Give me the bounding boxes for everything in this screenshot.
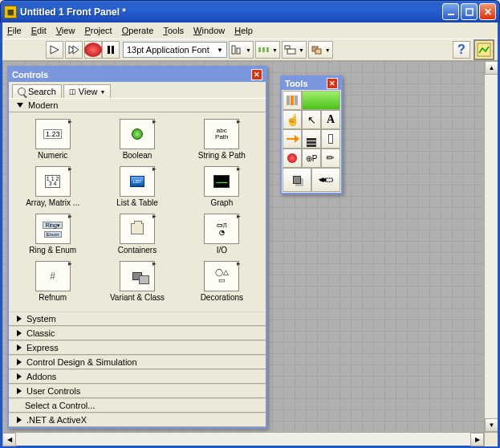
shortcut-menu-tool[interactable]	[302, 129, 321, 149]
refnum-item[interactable]: #▸	[35, 261, 71, 291]
category-express[interactable]: Express	[9, 340, 266, 355]
boolean-label: Boolean	[123, 151, 152, 160]
category-system-label: System	[26, 314, 56, 324]
decorations-label: Decorations	[201, 293, 243, 302]
chevron-down-icon: ▼	[217, 47, 223, 54]
io-label: I/O	[217, 246, 227, 255]
search-tab[interactable]: Search	[12, 84, 62, 98]
category-select[interactable]: Select a Control...	[9, 398, 266, 413]
run-button[interactable]	[46, 41, 63, 59]
graph-item[interactable]: ▸	[204, 166, 239, 197]
io-item[interactable]: ▭⎍◔▸	[204, 214, 239, 244]
category-classic-label: Classic	[26, 328, 55, 338]
reorder-button[interactable]: ▼	[308, 41, 333, 59]
svg-rect-3	[237, 48, 240, 54]
align-button[interactable]: ▼	[229, 41, 254, 59]
category-select-label: Select a Control...	[25, 401, 95, 410]
controls-palette: Controls ✕ Search ◫ View ▼ Modern	[7, 66, 267, 429]
vertical-scrollbar[interactable]: ▲ ▼	[484, 61, 498, 432]
window-title: Untitled 1 Front Panel *	[20, 6, 441, 18]
category-user-label: User Controls	[26, 386, 80, 396]
category-express-label: Express	[26, 343, 59, 352]
view-tab[interactable]: ◫ View ▼	[63, 84, 112, 98]
menu-window[interactable]: Window	[193, 26, 225, 35]
category-user[interactable]: User Controls	[9, 384, 266, 398]
svg-rect-8	[287, 49, 295, 54]
ring-enum-item[interactable]: Ring▾Enum▸	[35, 214, 71, 244]
numeric-item[interactable]: 1.23▸	[35, 119, 71, 149]
scroll-left-button[interactable]: ◀	[2, 433, 16, 446]
color-copy-tool[interactable]: ✎	[321, 149, 340, 168]
abort-button[interactable]	[84, 41, 102, 59]
minimize-button[interactable]	[442, 3, 459, 20]
color-tool-fg[interactable]: 🖌	[311, 168, 340, 192]
position-tool[interactable]: ↖	[302, 110, 321, 129]
list-table-item[interactable]: LIST▸	[120, 166, 155, 197]
menu-edit[interactable]: Edit	[31, 26, 47, 35]
app-icon: ▦	[4, 6, 17, 18]
category-modern-label: Modern	[28, 100, 58, 110]
run-continuous-button[interactable]	[65, 41, 83, 59]
probe-tool[interactable]: ⊕P	[302, 149, 321, 168]
resize-button[interactable]: ▼	[282, 41, 307, 59]
window-titlebar: ▦ Untitled 1 Front Panel * ✕	[0, 0, 500, 22]
scroll-tool[interactable]	[321, 129, 340, 149]
scroll-down-button[interactable]: ▼	[485, 418, 498, 432]
menu-help[interactable]: Help	[234, 26, 253, 35]
scroll-track[interactable]	[485, 75, 498, 418]
triangle-down-icon	[17, 103, 23, 108]
triangle-right-icon	[17, 417, 22, 423]
context-help-button[interactable]: ?	[453, 41, 470, 59]
containers-item[interactable]: ▸	[120, 214, 155, 244]
menu-tools[interactable]: Tools	[163, 26, 184, 35]
toolbar: 13pt Application Font ▼ ▼ ▼ ▼ ▼ ?	[2, 39, 498, 61]
tools-palette-titlebar[interactable]: Tools ✕	[282, 77, 341, 90]
array-item[interactable]: 1 1 23 4▸	[35, 166, 71, 197]
category-classic[interactable]: Classic	[9, 326, 266, 340]
scroll-right-button[interactable]: ▶	[470, 433, 484, 446]
menu-view[interactable]: View	[56, 26, 75, 35]
string-path-item[interactable]: abcPath▸	[204, 119, 239, 149]
category-modern[interactable]: Modern	[9, 98, 266, 112]
vi-icon[interactable]	[474, 39, 494, 60]
auto-tool-button[interactable]	[283, 91, 302, 110]
decorations-item[interactable]: ◯△▭▸	[204, 261, 239, 291]
category-cds[interactable]: Control Design & Simulation	[9, 355, 266, 369]
wiring-tool[interactable]	[283, 129, 302, 149]
maximize-button[interactable]	[461, 3, 478, 20]
category-system[interactable]: System	[9, 312, 266, 326]
color-tool-bg[interactable]	[283, 168, 311, 192]
front-panel-workarea[interactable]: ▲ ▼ Controls ✕ Search ◫ View ▼	[2, 61, 498, 432]
pause-button[interactable]	[102, 41, 120, 59]
category-addons[interactable]: Addons	[9, 369, 266, 384]
font-selector[interactable]: 13pt Application Font ▼	[123, 42, 227, 58]
menu-operate[interactable]: Operate	[122, 26, 154, 35]
scroll-corner	[484, 433, 498, 446]
svg-rect-5	[262, 47, 265, 52]
text-tool[interactable]: A	[321, 110, 340, 129]
menu-file[interactable]: File	[7, 26, 22, 35]
scroll-up-button[interactable]: ▲	[485, 61, 498, 75]
operate-tool[interactable]: ☝	[283, 110, 302, 129]
containers-label: Containers	[118, 246, 157, 255]
tools-palette-close-button[interactable]: ✕	[327, 78, 338, 89]
controls-palette-titlebar[interactable]: Controls ✕	[9, 67, 266, 82]
category-dotnet[interactable]: .NET & ActiveX	[9, 413, 266, 427]
menu-project[interactable]: Project	[84, 26, 112, 35]
graph-label: Graph	[210, 198, 233, 207]
svg-rect-10	[315, 49, 321, 54]
scroll-track[interactable]	[16, 433, 470, 446]
close-button[interactable]: ✕	[479, 3, 496, 20]
distribute-button[interactable]: ▼	[255, 41, 280, 59]
controls-palette-close-button[interactable]: ✕	[251, 69, 262, 80]
svg-rect-2	[232, 46, 235, 54]
search-icon	[18, 88, 26, 96]
boolean-item[interactable]: ▸	[120, 119, 155, 149]
variant-label: Variant & Class	[110, 293, 165, 302]
auto-tool-indicator[interactable]	[302, 91, 340, 110]
breakpoint-tool[interactable]	[283, 149, 302, 168]
numeric-label: Numeric	[38, 151, 67, 160]
triangle-right-icon	[17, 373, 22, 380]
horizontal-scrollbar[interactable]: ◀ ▶	[2, 432, 498, 446]
variant-class-item[interactable]: ▸	[120, 261, 155, 291]
